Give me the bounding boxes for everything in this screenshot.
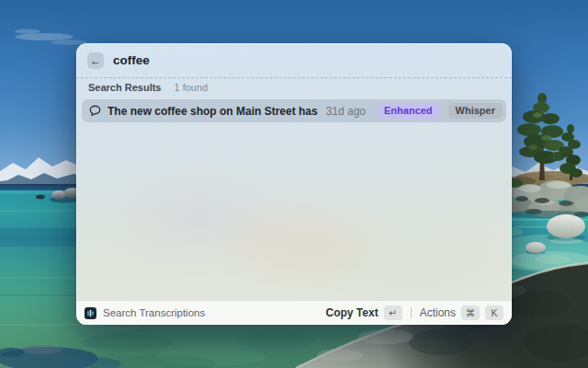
footer-app: Search Transcriptions bbox=[85, 307, 205, 319]
window-footer: Search Transcriptions Copy Text ↵ Action… bbox=[76, 300, 512, 325]
k-keycap: K bbox=[485, 305, 503, 320]
app-name-label: Search Transcriptions bbox=[103, 307, 205, 318]
back-arrow-icon: ← bbox=[90, 55, 101, 66]
command-keycap: ⌘ bbox=[461, 305, 480, 320]
copy-text-button[interactable]: Copy Text ↵ bbox=[326, 305, 402, 320]
app-icon bbox=[85, 307, 96, 319]
actions-button[interactable]: Actions ⌘ K bbox=[420, 305, 503, 320]
results-header-label: Search Results bbox=[88, 82, 161, 93]
search-bar: ← coffee bbox=[76, 43, 512, 77]
return-keycap: ↵ bbox=[384, 305, 402, 320]
actions-label: Actions bbox=[420, 306, 456, 319]
results-header: Search Results 1 found bbox=[88, 82, 500, 93]
result-timestamp: 31d ago bbox=[326, 105, 366, 118]
back-button[interactable]: ← bbox=[87, 52, 104, 69]
whisper-badge: Whisper bbox=[448, 103, 503, 119]
footer-divider bbox=[411, 307, 412, 318]
footer-actions: Copy Text ↵ Actions ⌘ K bbox=[326, 305, 503, 320]
chat-bubble-icon bbox=[88, 104, 102, 118]
search-input[interactable]: coffee bbox=[113, 53, 150, 67]
cloud bbox=[15, 33, 74, 40]
copy-text-label: Copy Text bbox=[326, 306, 379, 319]
results-count: 1 found bbox=[174, 82, 208, 93]
search-transcriptions-window: ← coffee Search Results 1 found The new … bbox=[76, 43, 512, 325]
enhanced-badge: Enhanced bbox=[377, 103, 440, 119]
result-text: The new coffee shop on Main Street has a… bbox=[107, 105, 320, 118]
header-divider bbox=[76, 77, 512, 78]
result-row[interactable]: The new coffee shop on Main Street has a… bbox=[82, 99, 506, 122]
desktop: ← coffee Search Results 1 found The new … bbox=[0, 0, 588, 368]
